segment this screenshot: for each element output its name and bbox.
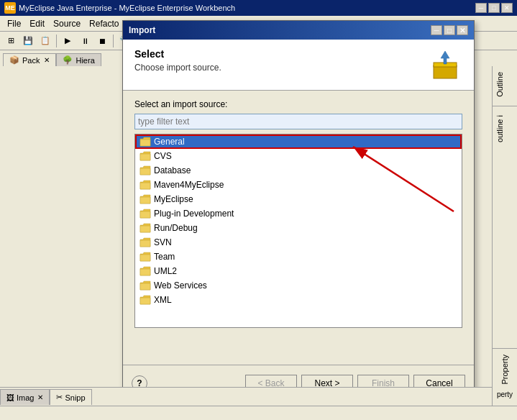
title-bar: ME MyEclipse Java Enterprise - MyEclipse… [0, 0, 517, 16]
bottom-tabs: 🖼 Imag ✕ ✂ Snipp [0, 387, 492, 406]
tab-hiera[interactable]: 🌳 Hiera [56, 53, 101, 66]
folder-icon-plugin [139, 208, 151, 219]
tree-item-rundebug[interactable]: Run/Debug [135, 221, 462, 235]
perty-label: perty [497, 391, 513, 398]
workbench: ME MyEclipse Java Enterprise - MyEclipse… [0, 0, 517, 420]
dialog-title-controls: ─ □ ✕ [431, 25, 468, 35]
tab-pack[interactable]: 📦 Pack ✕ [3, 53, 56, 66]
tree-item-svn-label: SVN [154, 237, 172, 247]
minimize-button[interactable]: ─ [475, 3, 487, 13]
toolbar-btn-6[interactable]: ⏹ [94, 33, 110, 49]
import-icon-svg [428, 48, 462, 83]
menu-file[interactable]: File [3, 17, 25, 30]
folder-icon-cvs [139, 150, 151, 162]
folder-icon-maven [139, 179, 151, 191]
tree-item-database-label: Database [154, 165, 191, 175]
side-panel-right: Outline outline i [492, 66, 517, 384]
tree-item-maven[interactable]: Maven4MyEclipse [135, 178, 462, 192]
tab-snipp[interactable]: ✂ Snipp [50, 389, 91, 405]
folder-icon-general [139, 136, 151, 147]
tree-item-svn[interactable]: SVN [135, 235, 462, 250]
app-title: MyEclipse Java Enterprise - MyEclipse En… [19, 4, 475, 12]
title-controls: ─ □ ✕ [475, 3, 513, 13]
toolbar-sep-2 [113, 35, 114, 47]
tree-item-team-label: Team [154, 252, 175, 262]
tree-item-webservices[interactable]: Web Services [135, 278, 462, 293]
tree-item-xml-label: XML [154, 295, 172, 305]
tree-item-team[interactable]: Team [135, 250, 462, 264]
tree-item-uml2[interactable]: UML2 [135, 264, 462, 278]
folder-icon-database [139, 165, 151, 176]
outline-label: Outline [493, 66, 507, 103]
dialog-title: Import [129, 25, 431, 35]
toolbar-btn-4[interactable]: ▶ [60, 33, 76, 49]
filter-input[interactable] [134, 114, 462, 129]
toolbar-btn-5[interactable]: ⏸ [77, 33, 93, 49]
dialog-maximize-button[interactable]: □ [444, 25, 455, 35]
toolbar-btn-3[interactable]: 📋 [37, 33, 53, 49]
outline-i-label: outline i [493, 109, 507, 148]
tree-item-general[interactable]: General [135, 134, 462, 149]
dialog-title-bar: Import ─ □ ✕ [123, 21, 474, 40]
property-label: Property [498, 349, 512, 391]
status-bar [0, 406, 517, 420]
close-button[interactable]: ✕ [501, 3, 513, 13]
dialog-close-button[interactable]: ✕ [457, 25, 468, 35]
tab-imag-icon: 🖼 [6, 393, 14, 402]
svg-rect-0 [434, 65, 457, 78]
tree-item-plugin[interactable]: Plug-in Development [135, 206, 462, 221]
tab-imag-close[interactable]: ✕ [37, 393, 43, 401]
dialog-header: Select Choose import source. [123, 40, 474, 91]
dialog-minimize-button[interactable]: ─ [431, 25, 442, 35]
folder-icon-team [139, 251, 151, 262]
folder-icon-svn [139, 237, 151, 248]
tree-container[interactable]: General CVS Database [134, 134, 462, 328]
menu-refactor[interactable]: Refacto [85, 17, 123, 30]
tree-item-myeclipse-label: MyEclipse [154, 194, 193, 204]
toolbar-btn-1[interactable]: ⊞ [3, 33, 19, 49]
toolbar-btn-2[interactable]: 💾 [20, 33, 36, 49]
tab-snipp-icon: ✂ [56, 393, 63, 402]
tree-item-plugin-label: Plug-in Development [154, 209, 234, 219]
tab-pack-label: Pack [22, 56, 40, 65]
svg-marker-2 [441, 51, 449, 64]
tree-item-database[interactable]: Database [135, 163, 462, 178]
dialog-header-text: Select Choose import source. [134, 48, 221, 73]
tree-item-rundebug-label: Run/Debug [154, 223, 198, 233]
tab-pack-close[interactable]: ✕ [44, 56, 50, 64]
toolbar-sep-1 [56, 35, 57, 47]
folder-icon-myeclipse [139, 193, 151, 205]
tree-item-xml[interactable]: XML [135, 293, 462, 307]
menu-source[interactable]: Source [49, 17, 85, 30]
tab-snipp-label: Snipp [65, 393, 85, 402]
dialog-select-subtitle: Choose import source. [134, 63, 221, 73]
maximize-button[interactable]: □ [488, 3, 500, 13]
folder-icon-uml2 [139, 265, 151, 277]
tab-pack-icon: 📦 [9, 55, 19, 65]
tree-item-maven-label: Maven4MyEclipse [154, 180, 224, 190]
tab-hiera-label: Hiera [76, 56, 94, 65]
tree-item-webservices-label: Web Services [154, 280, 207, 291]
import-dialog: Import ─ □ ✕ Select Choose import source… [122, 20, 475, 401]
menu-edit[interactable]: Edit [25, 17, 49, 30]
dialog-body: Select an import source: General [123, 91, 474, 337]
folder-icon-xml [139, 294, 151, 306]
tree-item-uml2-label: UML2 [154, 266, 177, 276]
tree-item-general-label: General [154, 137, 185, 147]
tab-imag-label: Imag [17, 393, 34, 402]
dialog-select-title: Select [134, 48, 221, 60]
folder-icon-webservices [139, 280, 151, 291]
filter-label: Select an import source: [134, 99, 462, 109]
side-panel-bottom-right: Property perty [492, 348, 517, 406]
import-icon [428, 48, 462, 83]
app-icon: ME [4, 2, 16, 14]
tree-item-myeclipse[interactable]: MyEclipse [135, 192, 462, 206]
tree-item-cvs[interactable]: CVS [135, 149, 462, 163]
tab-imag[interactable]: 🖼 Imag ✕ [0, 389, 50, 405]
folder-icon-rundebug [139, 222, 151, 234]
tree-item-cvs-label: CVS [154, 151, 172, 161]
tab-hiera-icon: 🌳 [63, 55, 73, 65]
